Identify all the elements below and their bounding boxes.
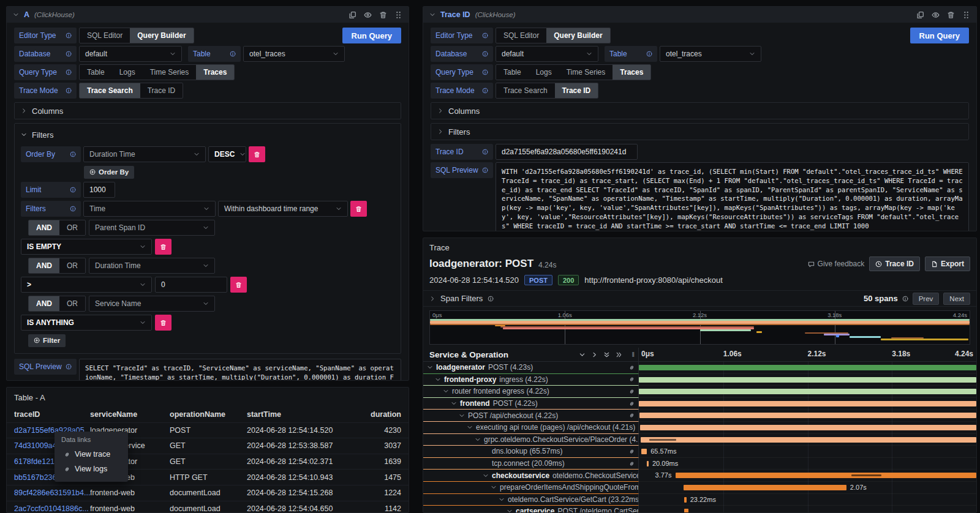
- column-resize-handle[interactable]: ‖: [631, 351, 635, 358]
- span-bar[interactable]: [684, 485, 846, 490]
- span-name-cell[interactable]: frontendPOST (4.22s): [423, 398, 639, 410]
- collapse-chevron-icon[interactable]: [429, 12, 435, 18]
- delete-query-icon[interactable]: [947, 11, 955, 19]
- trace-mode-id[interactable]: Trace ID: [555, 83, 598, 98]
- span-bar[interactable]: [641, 437, 976, 443]
- next-button[interactable]: Next: [943, 293, 970, 305]
- table-row[interactable]: 2ac7ccfc01041886c...frontend-webdocument…: [7, 501, 409, 513]
- toggle-visibility-icon[interactable]: [364, 11, 372, 19]
- span-bar[interactable]: [639, 389, 976, 394]
- col-operationname[interactable]: operationName: [170, 410, 247, 419]
- expand-one-icon[interactable]: [591, 351, 598, 358]
- span-name-cell[interactable]: oteldemo.CartService/GetCart (23.22ms): [423, 494, 639, 506]
- condition-field-select[interactable]: Parent Span ID: [89, 220, 215, 236]
- and-option[interactable]: AND: [29, 220, 59, 235]
- view-logs-link[interactable]: View logs: [61, 462, 121, 476]
- span-bar[interactable]: [639, 377, 976, 383]
- span-row[interactable]: loadgeneratorPOST (4.23s): [423, 362, 976, 374]
- drag-handle-icon[interactable]: [394, 11, 402, 19]
- span-link-icon[interactable]: [628, 388, 635, 395]
- filters-section-toggle[interactable]: Filters: [21, 129, 394, 141]
- span-name-cell[interactable]: cartservicePOST /oteldemo.CartService/Ge…: [423, 506, 639, 513]
- span-bar[interactable]: [640, 425, 976, 430]
- condition-operator-select[interactable]: IS ANYTHING: [21, 315, 152, 331]
- and-option[interactable]: AND: [29, 296, 59, 311]
- filter-value-select[interactable]: Within dashboard time range: [218, 201, 348, 217]
- collapse-all-icon[interactable]: [603, 351, 610, 358]
- span-name-cell[interactable]: dns.lookup (65.57ms): [423, 446, 639, 458]
- span-bar[interactable]: [684, 509, 688, 513]
- col-duration[interactable]: duration: [351, 410, 401, 419]
- chevron-down-icon[interactable]: [435, 376, 441, 383]
- remove-order-by-button[interactable]: [249, 146, 265, 162]
- database-select[interactable]: default: [79, 46, 182, 62]
- prev-button[interactable]: Prev: [913, 293, 940, 305]
- query-type-logs[interactable]: Logs: [529, 65, 559, 80]
- toggle-visibility-icon[interactable]: [932, 11, 940, 19]
- span-name-cell[interactable]: tcp.connect (20.09ms): [423, 458, 639, 470]
- table-row[interactable]: 89cf4286e631591b4...frontend-webdocument…: [7, 485, 409, 501]
- span-bar-cell[interactable]: [639, 506, 976, 513]
- query-type-timeseries[interactable]: Time Series: [559, 65, 613, 80]
- chevron-down-icon[interactable]: [451, 400, 457, 406]
- table-select[interactable]: otel_traces: [243, 46, 345, 62]
- chevron-down-icon[interactable]: [499, 496, 505, 503]
- span-name-cell[interactable]: grpc.oteldemo.CheckoutService/PlaceOrder…: [423, 434, 639, 446]
- columns-section-toggle[interactable]: Columns: [14, 102, 401, 119]
- span-link-icon[interactable]: [628, 376, 635, 383]
- query-builder-option[interactable]: Query Builder: [130, 28, 193, 43]
- condition-operator-select[interactable]: >: [21, 277, 152, 293]
- chevron-down-icon[interactable]: [507, 508, 513, 513]
- add-filter-button[interactable]: Filter: [28, 334, 66, 347]
- span-name-cell[interactable]: prepareOrderItemsAndShippingQuoteFromCar…: [423, 482, 639, 494]
- trace-mode-search[interactable]: Trace Search: [80, 83, 140, 98]
- query-type-table[interactable]: Table: [496, 65, 529, 80]
- span-name-cell[interactable]: executing api route (pages) /api/checkou…: [423, 422, 639, 434]
- duplicate-query-icon[interactable]: [349, 11, 356, 19]
- drag-handle-icon[interactable]: [962, 11, 970, 19]
- filters-section-toggle[interactable]: Filters: [431, 123, 969, 140]
- delete-query-icon[interactable]: [379, 11, 387, 19]
- span-bar-cell[interactable]: 2.07s: [639, 482, 976, 494]
- database-select[interactable]: default: [496, 46, 598, 62]
- span-row[interactable]: executing api route (pages) /api/checkou…: [423, 422, 976, 434]
- trace-minimap[interactable]: 0μs 1.06s 2.12s 3.18s 4.24s: [429, 310, 970, 345]
- span-bar-cell[interactable]: [639, 422, 976, 434]
- duplicate-query-icon[interactable]: [916, 11, 924, 19]
- remove-condition-button[interactable]: [155, 315, 172, 331]
- chevron-down-icon[interactable]: [443, 388, 449, 394]
- table-select[interactable]: otel_traces: [660, 46, 761, 62]
- order-by-field-select[interactable]: Duration Time: [83, 146, 206, 162]
- trace-id-link[interactable]: 89cf4286e631591b4...: [14, 489, 90, 497]
- add-order-by-button[interactable]: Order By: [84, 166, 134, 179]
- sql-editor-option[interactable]: SQL Editor: [496, 28, 546, 43]
- remove-condition-button[interactable]: [155, 239, 172, 255]
- span-bar-cell[interactable]: 20.09ms: [639, 458, 976, 470]
- span-bar-cell[interactable]: 3.77s: [639, 470, 976, 482]
- or-option[interactable]: OR: [59, 220, 85, 235]
- or-option[interactable]: OR: [59, 296, 85, 311]
- span-row[interactable]: cartservicePOST /oteldemo.CartService/Ge…: [423, 506, 976, 513]
- export-button[interactable]: Export: [925, 256, 970, 271]
- filter-field-select[interactable]: Time: [83, 201, 216, 217]
- span-name-cell[interactable]: frontend-proxyingress (4.22s): [423, 374, 639, 386]
- trace-id-button[interactable]: Trace ID: [869, 256, 920, 271]
- sql-editor-option[interactable]: SQL Editor: [80, 28, 130, 43]
- chevron-down-icon[interactable]: [483, 473, 489, 479]
- trace-mode-search[interactable]: Trace Search: [496, 83, 555, 98]
- span-bar[interactable]: [639, 365, 976, 370]
- remove-condition-button[interactable]: [230, 277, 247, 293]
- span-row[interactable]: dns.lookup (65.57ms)65.57ms: [423, 446, 976, 458]
- condition-operator-select[interactable]: IS EMPTY: [21, 239, 152, 255]
- span-filters-label[interactable]: Span Filters: [440, 294, 483, 303]
- col-starttime[interactable]: startTime: [247, 410, 351, 419]
- span-row[interactable]: frontendPOST (4.22s): [423, 398, 976, 410]
- condition-value-input[interactable]: 0: [155, 277, 227, 293]
- query-type-timeseries[interactable]: Time Series: [143, 65, 197, 80]
- span-bar[interactable]: [647, 461, 649, 466]
- collapse-chevron-icon[interactable]: [13, 12, 19, 18]
- span-bar-cell[interactable]: [639, 386, 976, 398]
- span-name-cell[interactable]: POST /api/checkout (4.22s): [423, 410, 639, 422]
- chevron-down-icon[interactable]: [467, 424, 473, 430]
- run-query-button[interactable]: Run Query: [910, 28, 969, 43]
